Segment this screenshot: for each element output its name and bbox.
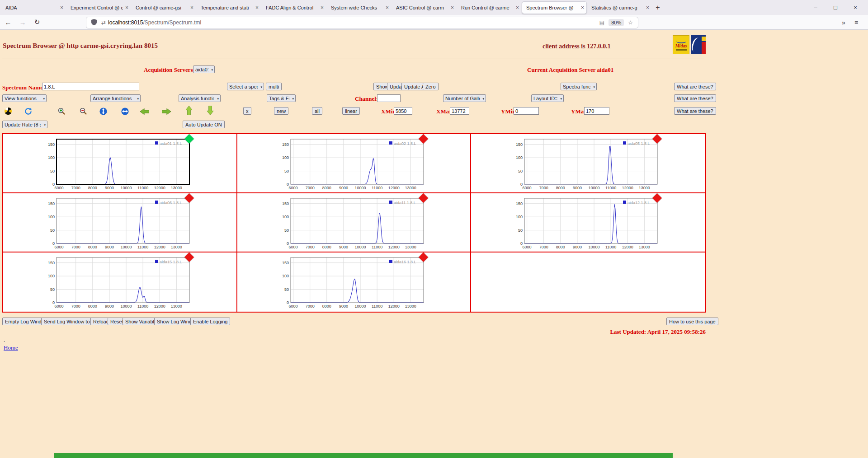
overflow-menu-icon[interactable]: » (837, 19, 850, 26)
select-a-spectrum-select[interactable]: Select a spectrum ▾ (227, 83, 264, 90)
spectrum-plot[interactable]: 6000700080009000100001100012000130000501… (509, 196, 659, 251)
close-icon[interactable]: × (646, 5, 649, 11)
all-button[interactable]: all (312, 107, 322, 115)
permissions-icon[interactable]: ⇄ (101, 19, 106, 26)
plot-cell-aida06[interactable]: 6000700080009000100001100012000130000501… (3, 193, 237, 252)
layout-id-select[interactable]: Layout ID=3 ▾ (531, 94, 564, 102)
close-icon[interactable]: × (386, 5, 389, 11)
minimize-icon[interactable]: – (806, 0, 826, 15)
tab-bar: AIDA× Experiment Control @ c× Control @ … (0, 0, 868, 15)
url-bar[interactable]: ⇄ localhost:8015 /Spectrum/Spectrum.tml … (86, 17, 638, 28)
shield-icon[interactable] (91, 19, 97, 27)
arrow-down-icon[interactable] (206, 106, 215, 115)
tab-experiment-control[interactable]: Experiment Control @ c× (66, 2, 131, 14)
spectra-functions-select[interactable]: Spectra functions ▾ (561, 83, 597, 90)
svg-text:0: 0 (520, 241, 523, 246)
what-are-these-button-3[interactable]: What are these? (674, 107, 716, 115)
ymin-input[interactable] (514, 107, 539, 115)
close-icon[interactable]: × (60, 5, 63, 11)
close-icon[interactable]: × (451, 5, 454, 11)
auto-update-button[interactable]: Auto Update ON (183, 121, 225, 128)
maximize-icon[interactable]: □ (826, 0, 845, 15)
tab-asic-control[interactable]: ASIC Control @ carm× (392, 2, 456, 14)
plot-cell-aida12[interactable]: 6000700080009000100001100012000130000501… (471, 193, 705, 252)
tab-statistics[interactable]: Statistics @ carme-g× (587, 2, 651, 14)
svg-text:10000: 10000 (120, 245, 132, 249)
expand-horizontal-icon[interactable] (120, 107, 129, 116)
close-icon[interactable]: × (516, 5, 519, 11)
tab-run-control[interactable]: Run Control @ carme× (457, 2, 521, 14)
back-button[interactable]: ← (2, 16, 14, 28)
zoom-out-icon[interactable] (79, 107, 88, 116)
home-link[interactable]: Home (4, 344, 18, 351)
reader-mode-icon[interactable]: ▤ (599, 19, 604, 26)
arrow-right-icon[interactable] (162, 107, 171, 116)
zoom-level-badge[interactable]: 80% (609, 19, 624, 26)
spectrum-name-input[interactable] (42, 83, 139, 90)
tab-aida[interactable]: AIDA× (1, 2, 66, 14)
tab-temperature[interactable]: Temperature and stati× (197, 2, 261, 14)
x-button[interactable]: x (243, 107, 251, 115)
tab-control-carme-gsi[interactable]: Control @ carme-gsi× (132, 2, 196, 14)
what-are-these-button-2[interactable]: What are these? (674, 94, 716, 102)
expand-vertical-icon[interactable] (99, 107, 108, 116)
close-icon[interactable]: × (190, 5, 193, 11)
analysis-functions-select[interactable]: Analysis functions ▾ (179, 94, 221, 102)
enable-logging-button[interactable]: Enable Logging (190, 318, 230, 325)
number-of-galleries-select[interactable]: Number of Galleries ▾ (443, 94, 486, 102)
tab-title: AIDA (5, 5, 58, 10)
forward-button[interactable]: → (16, 16, 29, 28)
zero-button[interactable]: Zero (423, 83, 439, 90)
trefoil-icon[interactable] (4, 107, 13, 116)
plot-cell-aida02[interactable]: 6000700080009000100001100012000130000501… (237, 134, 472, 193)
acquisition-server-select[interactable]: aida01 ▾ (193, 65, 215, 73)
page-title: Spectrum Browser @ http carme-gsi.cryrin… (3, 42, 158, 50)
plot-cell-aida05[interactable]: 6000700080009000100001100012000130000501… (471, 134, 705, 193)
spectrum-plot[interactable]: 6000700080009000100001100012000130000501… (41, 196, 191, 251)
plot-cell-aida11[interactable]: 6000700080009000100001100012000130000501… (237, 193, 472, 252)
refresh-icon[interactable] (24, 107, 33, 116)
multi-button[interactable]: multi (266, 83, 282, 90)
spectrum-plot[interactable]: 6000700080009000100001100012000130000501… (275, 196, 425, 251)
close-icon[interactable]: × (255, 5, 259, 11)
arrow-left-icon[interactable] (140, 107, 149, 116)
spectrum-plot[interactable]: 6000700080009000100001100012000130000501… (275, 137, 425, 192)
new-button[interactable]: new (274, 107, 288, 115)
midas-logo-subtext (676, 49, 687, 51)
channel-input[interactable] (377, 94, 401, 102)
arrange-functions-select[interactable]: Arrange functions ▾ (90, 94, 141, 102)
tags-fits-select[interactable]: Tags & Fits ▾ (267, 94, 296, 102)
view-functions-select[interactable]: View functions ▾ (2, 94, 47, 102)
svg-text:8000: 8000 (322, 186, 331, 190)
window-close-icon[interactable]: × (845, 0, 865, 15)
tab-system-checks[interactable]: System wide Checks× (327, 2, 391, 14)
what-are-these-button-1[interactable]: What are these? (674, 83, 716, 90)
arrow-up-icon[interactable] (184, 106, 193, 115)
bookmark-star-icon[interactable]: ☆ (628, 19, 633, 26)
plot-cell-aida01[interactable]: 6000700080009000100001100012000130000501… (3, 134, 237, 193)
reload-button[interactable]: ↻ (31, 16, 43, 28)
close-icon[interactable]: × (321, 5, 324, 11)
ymax-input[interactable] (584, 107, 609, 115)
close-icon[interactable]: × (125, 5, 128, 11)
svg-text:10000: 10000 (120, 304, 132, 308)
spectrum-plot[interactable]: 6000700080009000100001100012000130000501… (275, 256, 425, 310)
plot-cell-aida15[interactable]: 6000700080009000100001100012000130000501… (3, 252, 237, 312)
svg-text:13000: 13000 (405, 304, 416, 308)
plot-cell-aida16[interactable]: 6000700080009000100001100012000130000501… (237, 252, 472, 312)
tab-spectrum-browser[interactable]: Spectrum Browser @× (522, 2, 586, 14)
spectrum-plot[interactable]: 6000700080009000100001100012000130000501… (41, 256, 191, 310)
tab-fadc-align[interactable]: FADC Align & Control× (262, 2, 326, 14)
close-icon[interactable]: × (581, 5, 584, 11)
update-rate-select[interactable]: Update Rate (8 secs) ▾ (2, 121, 47, 128)
xmin-input[interactable] (394, 107, 412, 115)
new-tab-button[interactable]: + (652, 2, 664, 14)
linear-button[interactable]: linear (342, 107, 360, 115)
zoom-in-icon[interactable] (57, 107, 66, 116)
spectrum-plot[interactable]: 6000700080009000100001100012000130000501… (509, 137, 659, 192)
how-to-use-button[interactable]: How to use this page (666, 318, 718, 325)
spectrum-plot[interactable]: 6000700080009000100001100012000130000501… (41, 137, 191, 192)
hamburger-menu-icon[interactable]: ≡ (850, 19, 863, 26)
xmax-input[interactable] (450, 107, 469, 115)
svg-text:50: 50 (518, 228, 523, 233)
